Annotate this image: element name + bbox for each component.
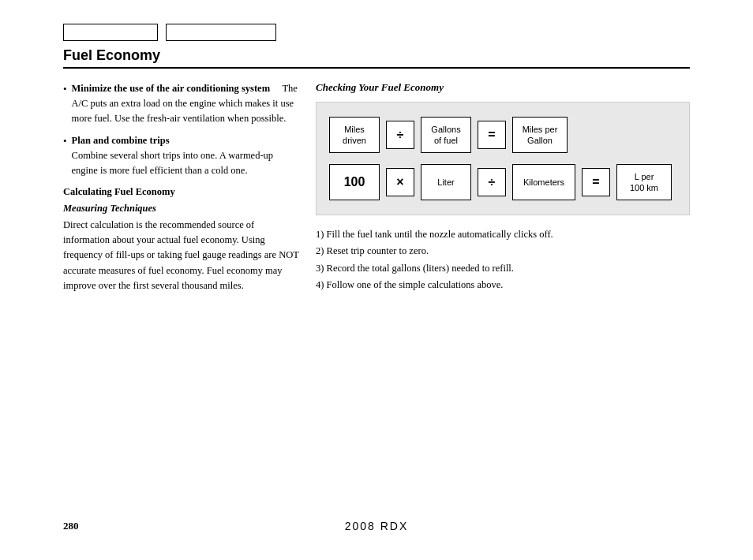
nav-button-1[interactable] xyxy=(63,24,158,41)
cell-liter: Liter xyxy=(421,164,471,200)
checking-title: Checking Your Fuel Economy xyxy=(316,81,690,94)
bullet-item-ac: • Minimize the use of the air conditioni… xyxy=(63,81,300,125)
cell-equals-2: = xyxy=(582,168,610,196)
cell-100: 100 xyxy=(329,164,380,200)
liter-label: Liter xyxy=(437,177,454,188)
instruction-1: 1) Fill the fuel tank until the nozzle a… xyxy=(316,226,690,243)
left-column: • Minimize the use of the air conditioni… xyxy=(63,81,300,293)
nav-button-2[interactable] xyxy=(166,24,276,41)
km-label: Kilometers xyxy=(523,177,564,188)
model-label: 2008 RDX xyxy=(345,520,409,532)
cell-divide-1: ÷ xyxy=(386,121,414,149)
bullet-item-trips: • Plan and combine trips Combine several… xyxy=(63,133,300,177)
cell-kilometers: Kilometers xyxy=(512,164,575,200)
formula-box: Milesdriven ÷ Gallonsof fuel = Miles per… xyxy=(316,102,690,215)
instruction-2: 2) Reset trip counter to zero. xyxy=(316,243,690,259)
cell-multiply: × xyxy=(386,168,414,196)
bullet-title-ac: Minimize the use of the air conditioning… xyxy=(72,83,271,94)
formula-row-1: Milesdriven ÷ Gallonsof fuel = Miles per… xyxy=(329,117,676,153)
formula-row-2: 100 × Liter ÷ Kilometers = xyxy=(329,164,676,200)
cell-lper100km: L per100 km xyxy=(616,164,672,200)
divide-symbol-1: ÷ xyxy=(397,127,404,144)
bullet-body-trips: Combine several short trips into one. A … xyxy=(72,150,274,176)
instructions-list: 1) Fill the fuel tank until the nozzle a… xyxy=(316,226,690,293)
divide-symbol-2: ÷ xyxy=(489,174,496,191)
instruction-4: 4) Follow one of the simple calculations… xyxy=(316,277,690,293)
100-label: 100 xyxy=(344,174,365,191)
cell-mpg: Miles perGallon xyxy=(512,117,568,153)
title-divider xyxy=(63,67,690,69)
bullet-text-trips: Plan and combine trips Combine several s… xyxy=(72,133,300,177)
instruction-3: 3) Record the total gallons (liters) nee… xyxy=(316,260,690,277)
measuring-header: Measuring Techniques xyxy=(63,203,300,215)
cell-divide-2: ÷ xyxy=(478,168,506,196)
gallons-label: Gallonsof fuel xyxy=(431,124,460,147)
equals-symbol-1: = xyxy=(488,127,495,144)
lper-label: L per100 km xyxy=(630,171,658,194)
measuring-body: Direct calculation is the recommended so… xyxy=(63,218,300,294)
cell-gallons-fuel: Gallonsof fuel xyxy=(421,117,471,153)
right-column: Checking Your Fuel Economy Milesdriven ÷… xyxy=(316,81,690,293)
bullet-dot-1: • xyxy=(63,81,67,125)
content-area: • Minimize the use of the air conditioni… xyxy=(63,81,690,293)
miles-driven-label: Milesdriven xyxy=(343,124,366,147)
page-title: Fuel Economy xyxy=(63,47,690,64)
cell-miles-driven: Milesdriven xyxy=(329,117,380,153)
multiply-symbol: × xyxy=(396,174,403,191)
cell-equals-1: = xyxy=(478,121,506,149)
mpg-label: Miles perGallon xyxy=(523,124,558,147)
calc-header: Calculating Fuel Economy xyxy=(63,186,300,198)
bullet-title-trips: Plan and combine trips xyxy=(72,135,170,146)
bullet-dot-2: • xyxy=(63,133,67,177)
bullet-text-ac: Minimize the use of the air conditioning… xyxy=(72,81,300,125)
page-number: 280 xyxy=(63,520,79,532)
equals-symbol-2: = xyxy=(592,174,599,191)
